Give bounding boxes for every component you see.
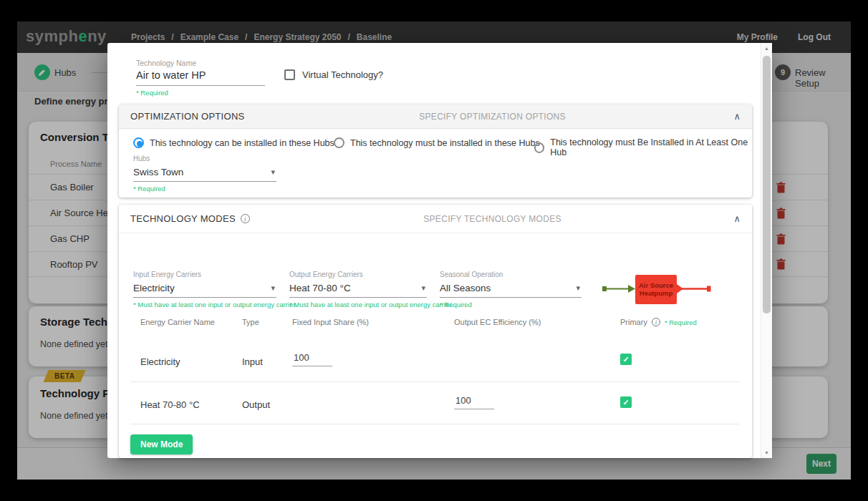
output-energy-carriers-value[interactable]: Heat 70-80 °C ▾: [289, 281, 427, 298]
input-arrow-icon: [628, 285, 635, 293]
col-header-output-ec-efficiency: Output EC Efficiency (%): [454, 318, 541, 326]
technology-name-label: Technology Name: [136, 59, 265, 67]
optimization-options-subtitle: SPECIFY OPTIMIZATION OPTIONS: [419, 112, 566, 122]
virtual-technology-checkbox[interactable]: Virtual Technology?: [284, 69, 383, 80]
output-port-icon: [707, 286, 711, 292]
technology-modes-header[interactable]: TECHNOLOGY MODES i SPECIFY TECHNOLOGY MO…: [119, 205, 752, 233]
primary-checkbox-checked[interactable]: ✓: [620, 354, 632, 365]
col-header-energy-carrier-name: Energy Carrier Name: [140, 318, 215, 326]
optimization-options-section: OPTIMIZATION OPTIONS SPECIFY OPTIMIZATIO…: [119, 104, 752, 198]
app-window: sympheny Projects / Example Case / Energ…: [17, 21, 851, 480]
dropdown-arrow-icon: ▾: [271, 167, 275, 177]
required-note: * Required: [133, 185, 276, 193]
output-energy-carriers-select: Output Energy Carriers Heat 70-80 °C ▾ *…: [289, 271, 427, 308]
info-icon[interactable]: i: [652, 318, 660, 326]
dropdown-arrow-icon: ▾: [271, 283, 275, 293]
hubs-select-value[interactable]: Swiss Town ▾: [133, 165, 276, 182]
scroll-up-icon[interactable]: ▲: [761, 46, 772, 51]
radio-must-be-installed[interactable]: This technology must be installed in the…: [334, 137, 540, 148]
chevron-up-icon[interactable]: ∧: [733, 213, 741, 224]
chevron-up-icon[interactable]: ∧: [733, 111, 741, 122]
dropdown-arrow-icon: ▾: [576, 283, 580, 293]
row-divider: [130, 381, 739, 382]
radio-can-be-installed[interactable]: This technology can be installed in thes…: [133, 137, 334, 148]
dropdown-arrow-icon: ▾: [421, 283, 425, 293]
input-energy-carriers-select: Input Energy Carriers Electricity ▾ * Mu…: [133, 271, 276, 308]
technology-modes-section: TECHNOLOGY MODES i SPECIFY TECHNOLOGY MO…: [119, 205, 752, 458]
checkbox-unchecked-icon[interactable]: [284, 69, 295, 80]
technology-modes-subtitle: SPECIFY TECHNOLOGY MODES: [423, 214, 561, 224]
optimization-options-title: OPTIMIZATION OPTIONS: [130, 111, 245, 122]
cell-type: Input: [242, 356, 263, 367]
scrollbar-thumb[interactable]: [763, 56, 771, 313]
technology-name-input[interactable]: [136, 67, 265, 86]
fixed-input-share-input[interactable]: [292, 352, 332, 366]
cell-energy-carrier: Heat 70-80 °C: [140, 399, 200, 410]
radio-at-least-one-hub[interactable]: This technology must Be Installed in At …: [534, 137, 752, 157]
hubs-label: Hubs: [133, 155, 276, 162]
modal-scrollbar[interactable]: ▲ ▼: [761, 43, 772, 458]
technology-dialog: Technology Name * Required Virtual Techn…: [107, 43, 772, 458]
radio-unselected-icon: [334, 137, 344, 148]
cell-type: Output: [242, 399, 270, 410]
cell-energy-carrier: Electricity: [140, 356, 180, 367]
primary-checkbox-checked[interactable]: ✓: [620, 397, 632, 408]
col-header-fixed-input-share: Fixed Input Share (%): [292, 318, 369, 326]
required-note: * Required: [136, 89, 265, 97]
input-energy-carriers-value[interactable]: Electricity ▾: [133, 281, 276, 298]
new-mode-button[interactable]: New Mode: [130, 434, 193, 454]
optimization-options-header[interactable]: OPTIMIZATION OPTIONS SPECIFY OPTIMIZATIO…: [119, 104, 752, 129]
scroll-down-icon[interactable]: ▼: [761, 450, 772, 455]
col-header-primary: Primary i * Required: [620, 318, 697, 326]
radio-selected-icon: [133, 137, 144, 148]
row-divider: [130, 424, 739, 424]
seasonal-operation-select: Seasonal Operation All Seasons ▾ * Requi…: [440, 271, 582, 308]
node-label-line1: Air Source: [639, 281, 673, 289]
seasonal-operation-value[interactable]: All Seasons ▾: [440, 281, 582, 298]
col-header-type: Type: [242, 318, 259, 326]
radio-unselected-icon: [534, 142, 544, 153]
technology-node-diagram: Air Source Heatpump: [595, 273, 717, 307]
virtual-technology-label: Virtual Technology?: [302, 69, 383, 80]
info-icon[interactable]: i: [241, 214, 250, 223]
technology-name-field: Technology Name * Required: [136, 59, 265, 97]
node-label-line2: Heatpump: [640, 289, 673, 297]
output-ec-efficiency-input[interactable]: [454, 395, 494, 409]
technology-modes-title: TECHNOLOGY MODES i: [130, 213, 250, 224]
hubs-select: Hubs Swiss Town ▾ * Required: [133, 155, 276, 193]
